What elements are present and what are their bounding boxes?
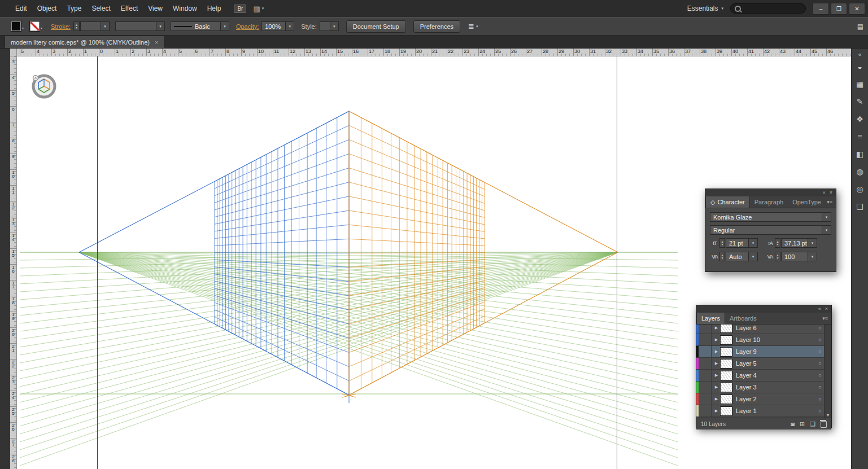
chevron-down-icon[interactable]: ▾ [41,26,42,30]
tab-artboards[interactable]: Artboards [725,313,761,324]
expand-arrow-icon[interactable]: ▶ [713,385,720,389]
graphic-styles-panel-icon[interactable]: ❏ [853,200,867,213]
tracking-combo[interactable]: 100 ▾ [781,252,817,261]
menu-edit[interactable]: Edit [10,0,32,17]
opacity-link[interactable]: Opacity: [236,23,259,30]
layer-row-layer-4[interactable]: ▶Layer 4○ [696,370,831,382]
expand-arrow-icon[interactable]: ▶ [713,361,720,366]
expand-arrow-icon[interactable]: ▶ [713,349,720,354]
font-style-combo[interactable]: Regular ▾ [710,225,831,235]
swatches-panel-icon[interactable]: ▦ [853,78,867,90]
delete-layer-button[interactable] [821,421,827,428]
panel-menu-icon[interactable]: ▾≡ [827,196,836,208]
collapse-panel-icon[interactable]: « [818,305,821,313]
leading-combo[interactable]: 37,13 pt ▾ [781,238,817,248]
layers-scrollbar[interactable]: ▼ [824,325,831,418]
layer-row-layer-9[interactable]: ▶Layer 9○ [696,346,831,358]
close-icon[interactable]: × [830,189,832,196]
workspace-switcher[interactable]: Essentials ▾ [687,5,723,12]
tab-character[interactable]: ◇ Character [705,196,750,208]
tab-opentype[interactable]: OpenType [788,196,826,208]
font-size-stepper[interactable]: ▲▼ [719,238,725,248]
target-circle-icon[interactable]: ○ [817,372,823,378]
menu-object[interactable]: Object [32,0,62,17]
color-panel-icon[interactable]: ◒ [853,60,867,73]
menu-type[interactable]: Type [62,0,86,17]
visibility-cell[interactable] [699,334,712,345]
restore-button[interactable]: ❐ [831,3,847,15]
target-circle-icon[interactable]: ○ [817,349,823,354]
visibility-cell[interactable] [699,325,712,334]
expand-arrow-icon[interactable]: ▶ [713,373,720,378]
kerning-stepper[interactable]: ▲▼ [719,252,725,261]
search-input[interactable] [744,5,791,12]
document-tab[interactable]: modern litery comic.eps* @ 100% (CMYK/Ou… [5,36,164,48]
close-button[interactable]: ✕ [849,3,865,15]
target-circle-icon[interactable]: ○ [817,337,823,343]
scroll-down-icon[interactable]: ▼ [825,413,831,417]
tracking-stepper[interactable]: ▲▼ [775,252,780,261]
layer-row-layer-2[interactable]: ▶Layer 2○ [696,393,831,405]
layer-row-layer-6[interactable]: ▶Layer 6○ [696,325,831,334]
brush-definition-combo[interactable]: Basic ▾ [171,21,229,31]
new-sublayer-button[interactable]: ⊞ [800,421,805,427]
layer-row-layer-3[interactable]: ▶Layer 3○ [696,382,831,393]
ruler-origin-corner[interactable] [10,49,17,56]
close-icon[interactable]: × [155,39,158,46]
stroke-weight-stepper[interactable]: ▲ ▼ [73,21,80,31]
expand-arrow-icon[interactable]: ▶ [713,409,720,413]
close-icon[interactable]: × [825,305,828,313]
arrange-documents-button[interactable]: ▥ ▾ [253,5,264,13]
stroke-swatch[interactable] [30,21,40,31]
symbols-panel-icon[interactable]: ❖ [853,113,867,125]
visibility-cell[interactable] [699,382,712,393]
new-layer-button[interactable]: ❏ [810,421,815,427]
target-circle-icon[interactable]: ○ [817,384,823,390]
font-family-combo[interactable]: Komika Glaze ▾ [710,212,831,222]
target-circle-icon[interactable]: ○ [817,325,823,331]
stroke-panel-icon[interactable]: ≡ [853,130,867,143]
vertical-ruler[interactable]: 34567891 01 11 21 31 41 51 61 71 81 92 0… [10,56,17,469]
stroke-weight-combo[interactable]: ▾ [80,21,110,31]
chevron-down-icon[interactable]: ▾ [22,26,24,30]
document-setup-button[interactable]: Document Setup [346,20,406,33]
gradient-panel-icon[interactable]: ◧ [853,148,867,160]
layer-row-layer-5[interactable]: ▶Layer 5○ [696,358,831,370]
text-options-dropdown[interactable]: ≣ ▾ [468,22,478,30]
make-clipping-mask-button[interactable]: ◙ [791,421,795,427]
leading-stepper[interactable]: ▲▼ [775,238,780,248]
control-bar-options-icon[interactable]: ▤ [857,23,863,30]
search-field[interactable] [730,3,806,14]
visibility-cell[interactable] [699,393,712,405]
menu-effect[interactable]: Effect [116,0,143,17]
fill-swatch[interactable] [11,21,21,31]
brushes-panel-icon[interactable]: ✎ [853,95,867,108]
visibility-cell[interactable] [699,370,712,381]
target-circle-icon[interactable]: ○ [817,408,823,414]
style-combo[interactable]: ▾ [320,21,339,31]
appearance-panel-icon[interactable]: ◎ [853,183,867,195]
minimize-button[interactable]: – [813,3,829,15]
bridge-button[interactable]: Br [234,5,246,13]
perspective-grid-widget[interactable] [30,73,58,100]
visibility-cell[interactable] [699,405,712,417]
expand-arrow-icon[interactable]: ▶ [713,326,720,330]
collapse-panel-icon[interactable]: « [823,189,826,196]
visibility-cell[interactable] [699,346,712,357]
menu-window[interactable]: Window [168,0,202,17]
font-size-combo[interactable]: 21 pt ▾ [726,238,758,248]
preferences-button[interactable]: Preferences [413,20,460,33]
target-circle-icon[interactable]: ○ [817,361,823,366]
horizontal-ruler[interactable]: 5432101234567891011121314151617181920212… [17,49,851,56]
kerning-combo[interactable]: Auto ▾ [726,252,758,261]
expand-arrow-icon[interactable]: ▶ [713,337,720,342]
menu-help[interactable]: Help [202,0,226,17]
layer-row-layer-1[interactable]: ▶Layer 1○ [696,405,831,417]
transparency-panel-icon[interactable]: ◍ [853,165,867,178]
opacity-combo[interactable]: 100% ▾ [261,21,294,31]
tab-layers[interactable]: Layers [696,313,725,324]
expand-dock-icon[interactable]: « [853,51,867,58]
menu-select[interactable]: Select [86,0,115,17]
layer-row-layer-10[interactable]: ▶Layer 10○ [696,334,831,346]
stroke-link[interactable]: Stroke: [51,23,71,30]
